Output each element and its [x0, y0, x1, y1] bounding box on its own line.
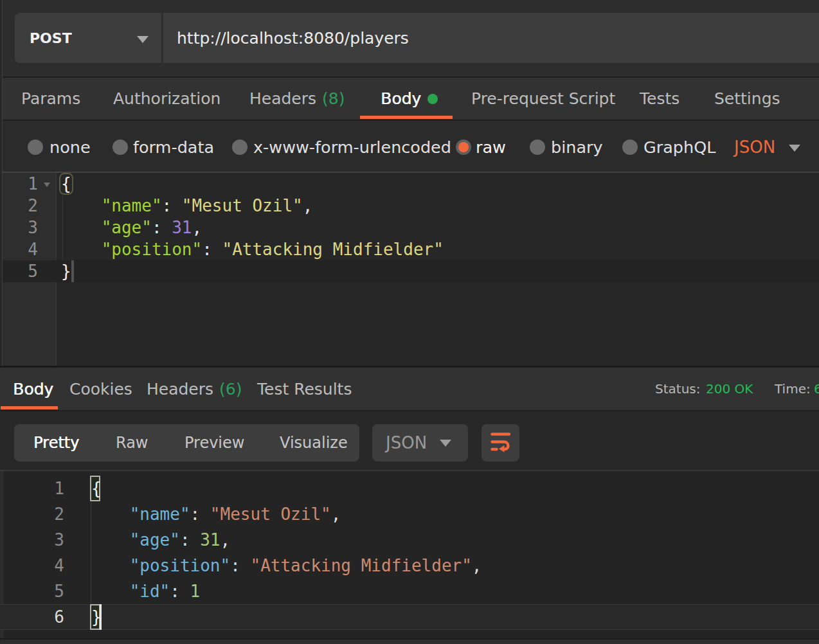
- fold-caret-icon[interactable]: [44, 183, 50, 187]
- radio-form-data[interactable]: form-data: [113, 123, 214, 172]
- request-body-editor[interactable]: 1{2 "name": "Mesut Ozil",3 "age": 31,4 "…: [0, 173, 819, 366]
- code-text: "name": "Mesut Ozil",: [89, 501, 341, 527]
- radio-graphql[interactable]: GraphQL: [622, 123, 716, 172]
- line-number: 3: [0, 527, 64, 553]
- chevron-down-icon: [137, 36, 148, 43]
- button-label: Pretty: [33, 434, 79, 452]
- view-mode-group: Pretty Raw Preview Visualize: [14, 424, 359, 461]
- tab-label: Params: [21, 89, 80, 108]
- response-toolbar: Pretty Raw Preview Visualize JSON: [0, 411, 819, 470]
- code-line: 6}: [0, 604, 819, 630]
- tab-pre-request-script[interactable]: Pre-request Script: [471, 78, 615, 120]
- tab-label: Authorization: [113, 89, 221, 108]
- response-language-dropdown[interactable]: JSON: [372, 424, 468, 461]
- code-token: "position": [130, 556, 231, 575]
- res-tab-body[interactable]: Body: [13, 368, 53, 410]
- button-label: Preview: [184, 434, 244, 452]
- active-tab-underline: [360, 116, 453, 119]
- tab-settings[interactable]: Settings: [714, 78, 780, 120]
- tab-label: Body: [381, 89, 421, 108]
- code-line: 4 "position": "Attacking Midfielder": [0, 238, 819, 260]
- code-token: [89, 505, 130, 524]
- tab-label: Headers: [249, 89, 316, 108]
- status-indicator: Status:: [655, 368, 700, 410]
- tab-authorization[interactable]: Authorization: [113, 78, 221, 120]
- radio-x-www-form-urlencoded[interactable]: x-www-form-urlencoded: [232, 123, 451, 172]
- code-token: ,: [221, 530, 231, 550]
- wrap-text-button[interactable]: [482, 424, 519, 461]
- icon-arrowhead: [499, 445, 505, 452]
- radio-binary[interactable]: binary: [530, 123, 603, 172]
- radio-none[interactable]: none: [28, 123, 91, 172]
- url-divider: [161, 13, 163, 63]
- code-token: :: [190, 505, 210, 524]
- res-headers-count: (6): [219, 380, 242, 398]
- code-token: "age": [102, 218, 152, 237]
- code-line: 3 "age": 31,: [0, 527, 819, 553]
- line-number: 1: [0, 173, 38, 195]
- request-tabs: Params Authorization Headers(8) Body Pre…: [0, 78, 819, 120]
- code-line: 2 "name": "Mesut Ozil",: [0, 195, 819, 217]
- code-text: }: [61, 260, 74, 282]
- tab-label: Headers: [147, 380, 213, 398]
- request-url-bar: POST http://localhost:8080/players: [0, 0, 819, 76]
- code-token: 31: [200, 530, 220, 550]
- code-token: {: [90, 476, 100, 501]
- text-cursor: [100, 604, 102, 630]
- radio-icon: [622, 139, 638, 155]
- method-dropdown[interactable]: POST: [15, 13, 163, 63]
- status-label: Status:: [655, 381, 700, 397]
- radio-raw[interactable]: raw: [456, 123, 506, 172]
- line-number: 4: [0, 553, 64, 578]
- code-line: 1{: [0, 173, 819, 195]
- url-input[interactable]: http://localhost:8080/players: [177, 13, 409, 63]
- radio-selected-icon: [456, 139, 471, 155]
- time-value[interactable]: 6: [814, 368, 819, 410]
- preview-button[interactable]: Preview: [184, 424, 244, 461]
- language-dropdown[interactable]: JSON: [734, 123, 775, 172]
- url-box: POST http://localhost:8080/players: [15, 13, 819, 63]
- code-token: [61, 240, 102, 259]
- code-token: [61, 218, 102, 237]
- body-type-selector: none form-data x-www-form-urlencoded raw…: [0, 121, 819, 172]
- pretty-button[interactable]: Pretty: [33, 424, 79, 461]
- radio-icon: [530, 139, 545, 155]
- code-token: "Attacking Midfielder": [250, 556, 471, 575]
- res-tab-test-results[interactable]: Test Results: [257, 368, 352, 410]
- code-line: 5}: [0, 260, 819, 282]
- code-token: :: [152, 218, 172, 237]
- code-token: [61, 196, 102, 215]
- tab-headers[interactable]: Headers(8): [249, 78, 345, 120]
- radio-label: form-data: [133, 138, 214, 157]
- code-token: :: [180, 530, 200, 550]
- code-line: 1{: [0, 476, 819, 501]
- code-token: ,: [192, 218, 203, 237]
- raw-button[interactable]: Raw: [116, 424, 148, 461]
- tab-tests[interactable]: Tests: [640, 78, 680, 120]
- method-label: POST: [30, 13, 72, 63]
- response-body-viewer[interactable]: 1{2 "name": "Mesut Ozil",3 "age": 31,4 "…: [0, 471, 819, 638]
- code-line: 3 "age": 31,: [0, 217, 819, 238]
- visualize-button[interactable]: Visualize: [280, 424, 348, 461]
- radio-icon: [232, 139, 248, 155]
- code-token: "Mesut Ozil": [182, 196, 303, 215]
- line-number: 2: [0, 501, 64, 527]
- code-token: 1: [190, 582, 201, 601]
- tab-label: Pre-request Script: [471, 89, 615, 108]
- status-value[interactable]: 200 OK: [706, 368, 753, 410]
- code-text: {: [89, 476, 100, 501]
- code-token: "name": [102, 196, 162, 215]
- res-tab-cookies[interactable]: Cookies: [69, 368, 132, 410]
- postman-window: POST http://localhost:8080/players Param…: [0, 0, 819, 644]
- line-number: 5: [0, 578, 64, 604]
- button-label: Raw: [116, 434, 148, 452]
- code-token: ,: [303, 196, 313, 215]
- tab-params[interactable]: Params: [21, 78, 80, 120]
- chevron-down-icon: [440, 440, 451, 447]
- res-tab-headers[interactable]: Headers(6): [147, 368, 242, 410]
- scrollbar-track[interactable]: [0, 640, 819, 644]
- tab-body[interactable]: Body: [381, 78, 438, 120]
- code-token: [89, 556, 130, 575]
- code-text: "position": "Attacking Midfielder",: [89, 553, 482, 578]
- left-pane-edge-line: [2, 0, 3, 366]
